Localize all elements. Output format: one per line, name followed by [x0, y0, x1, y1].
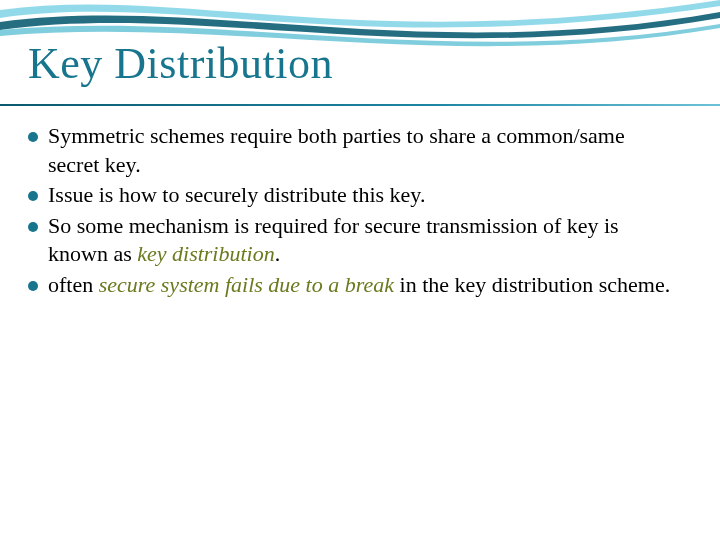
bullet-pre: often — [48, 272, 99, 297]
bullet-item: Symmetric schemes require both parties t… — [28, 122, 680, 179]
bullet-pre: Symmetric schemes require both parties t… — [48, 123, 625, 177]
title-underline — [0, 104, 720, 106]
bullet-post: in the key distribution scheme. — [394, 272, 670, 297]
bullet-dot-icon — [28, 281, 38, 291]
bullet-text: Issue is how to securely distribute this… — [48, 181, 680, 210]
slide-title: Key Distribution — [28, 38, 333, 89]
bullet-dot-icon — [28, 222, 38, 232]
bullet-em: secure system fails due to a break — [99, 272, 394, 297]
bullet-item: often secure system fails due to a break… — [28, 271, 680, 300]
bullet-item: So some mechanism is required for secure… — [28, 212, 680, 269]
bullet-dot-icon — [28, 132, 38, 142]
slide-body: Symmetric schemes require both parties t… — [28, 122, 680, 302]
bullet-post: . — [275, 241, 281, 266]
bullet-item: Issue is how to securely distribute this… — [28, 181, 680, 210]
bullet-em: key distribution — [137, 241, 274, 266]
bullet-text: often secure system fails due to a break… — [48, 271, 680, 300]
bullet-dot-icon — [28, 191, 38, 201]
bullet-pre: So some mechanism is required for secure… — [48, 213, 619, 267]
bullet-pre: Issue is how to securely distribute this… — [48, 182, 425, 207]
slide: Key Distribution Symmetric schemes requi… — [0, 0, 720, 540]
bullet-text: So some mechanism is required for secure… — [48, 212, 680, 269]
bullet-text: Symmetric schemes require both parties t… — [48, 122, 680, 179]
